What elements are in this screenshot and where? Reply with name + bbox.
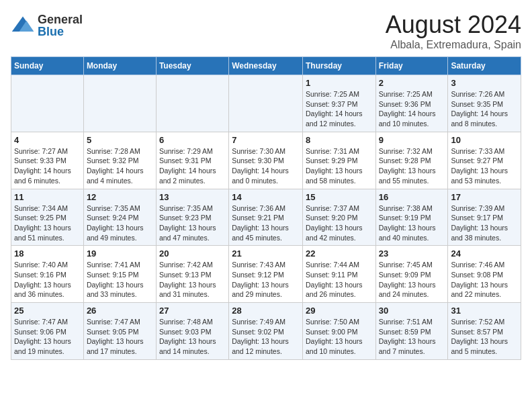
day-number: 30 [379, 306, 445, 316]
weekday-header-tuesday: Tuesday [156, 57, 228, 75]
calendar-cell: 3Sunrise: 7:26 AM Sunset: 9:35 PM Daylig… [448, 75, 521, 132]
calendar-cell: 6Sunrise: 7:29 AM Sunset: 9:31 PM Daylig… [156, 132, 228, 189]
cell-content: Sunrise: 7:28 AM Sunset: 9:32 PM Dayligh… [87, 146, 153, 186]
logo-blue: Blue [38, 26, 83, 38]
calendar-cell: 15Sunrise: 7:37 AM Sunset: 9:20 PM Dayli… [302, 189, 375, 246]
cell-content: Sunrise: 7:30 AM Sunset: 9:30 PM Dayligh… [232, 146, 300, 186]
cell-content: Sunrise: 7:47 AM Sunset: 9:05 PM Dayligh… [87, 317, 153, 357]
calendar-cell: 9Sunrise: 7:32 AM Sunset: 9:28 PM Daylig… [375, 132, 448, 189]
calendar-cell [83, 75, 156, 132]
cell-content: Sunrise: 7:35 AM Sunset: 9:23 PM Dayligh… [159, 203, 226, 243]
calendar-cell: 31Sunrise: 7:52 AM Sunset: 8:57 PM Dayli… [448, 303, 521, 360]
calendar-cell: 1Sunrise: 7:25 AM Sunset: 9:37 PM Daylig… [302, 75, 375, 132]
calendar-cell [156, 75, 228, 132]
weekday-header-saturday: Saturday [448, 57, 521, 75]
cell-content: Sunrise: 7:37 AM Sunset: 9:20 PM Dayligh… [306, 203, 373, 243]
day-number: 28 [232, 306, 300, 316]
calendar-cell: 11Sunrise: 7:34 AM Sunset: 9:25 PM Dayli… [11, 189, 84, 246]
day-number: 5 [87, 135, 153, 145]
cell-content: Sunrise: 7:50 AM Sunset: 9:00 PM Dayligh… [306, 317, 373, 357]
day-number: 31 [451, 306, 518, 316]
cell-content: Sunrise: 7:45 AM Sunset: 9:09 PM Dayligh… [379, 260, 445, 300]
cell-content: Sunrise: 7:38 AM Sunset: 9:19 PM Dayligh… [379, 203, 445, 243]
day-number: 23 [379, 248, 445, 259]
week-row-4: 18Sunrise: 7:40 AM Sunset: 9:16 PM Dayli… [11, 246, 521, 303]
weekday-header-wednesday: Wednesday [229, 57, 303, 75]
title-block: August 2024 Albala, Extremadura, Spain [386, 11, 521, 51]
day-number: 22 [306, 248, 373, 259]
calendar-cell: 8Sunrise: 7:31 AM Sunset: 9:29 PM Daylig… [302, 132, 375, 189]
cell-content: Sunrise: 7:40 AM Sunset: 9:16 PM Dayligh… [14, 260, 81, 300]
calendar-cell: 30Sunrise: 7:51 AM Sunset: 8:59 PM Dayli… [375, 303, 448, 360]
cell-content: Sunrise: 7:39 AM Sunset: 9:17 PM Dayligh… [451, 203, 518, 243]
cell-content: Sunrise: 7:31 AM Sunset: 9:29 PM Dayligh… [306, 146, 373, 186]
calendar-cell: 24Sunrise: 7:46 AM Sunset: 9:08 PM Dayli… [448, 246, 521, 303]
logo-text: General Blue [38, 13, 83, 38]
day-number: 24 [451, 248, 518, 259]
cell-content: Sunrise: 7:25 AM Sunset: 9:36 PM Dayligh… [379, 89, 445, 129]
day-number: 19 [87, 248, 153, 259]
week-row-5: 25Sunrise: 7:47 AM Sunset: 9:06 PM Dayli… [11, 303, 521, 360]
calendar-cell [229, 75, 303, 132]
day-number: 2 [379, 78, 445, 88]
calendar-cell: 2Sunrise: 7:25 AM Sunset: 9:36 PM Daylig… [375, 75, 448, 132]
calendar-cell: 19Sunrise: 7:41 AM Sunset: 9:15 PM Dayli… [83, 246, 156, 303]
calendar-cell: 20Sunrise: 7:42 AM Sunset: 9:13 PM Dayli… [156, 246, 228, 303]
day-number: 25 [14, 306, 81, 316]
calendar-cell: 18Sunrise: 7:40 AM Sunset: 9:16 PM Dayli… [11, 246, 84, 303]
calendar-cell: 28Sunrise: 7:49 AM Sunset: 9:02 PM Dayli… [229, 303, 303, 360]
logo: General Blue [11, 13, 83, 38]
weekday-header-thursday: Thursday [302, 57, 375, 75]
day-number: 11 [14, 192, 81, 202]
cell-content: Sunrise: 7:47 AM Sunset: 9:06 PM Dayligh… [14, 317, 81, 357]
cell-content: Sunrise: 7:44 AM Sunset: 9:11 PM Dayligh… [306, 260, 373, 300]
day-number: 20 [159, 248, 226, 259]
day-number: 1 [306, 78, 373, 88]
day-number: 12 [87, 192, 153, 202]
calendar-cell: 7Sunrise: 7:30 AM Sunset: 9:30 PM Daylig… [229, 132, 303, 189]
weekday-header-sunday: Sunday [11, 57, 84, 75]
cell-content: Sunrise: 7:33 AM Sunset: 9:27 PM Dayligh… [451, 146, 518, 186]
cell-content: Sunrise: 7:29 AM Sunset: 9:31 PM Dayligh… [159, 146, 226, 186]
day-number: 26 [87, 306, 153, 316]
day-number: 16 [379, 192, 445, 202]
calendar-cell: 26Sunrise: 7:47 AM Sunset: 9:05 PM Dayli… [83, 303, 156, 360]
day-number: 6 [159, 135, 226, 145]
calendar-cell: 22Sunrise: 7:44 AM Sunset: 9:11 PM Dayli… [302, 246, 375, 303]
cell-content: Sunrise: 7:36 AM Sunset: 9:21 PM Dayligh… [232, 203, 300, 243]
day-number: 13 [159, 192, 226, 202]
cell-content: Sunrise: 7:25 AM Sunset: 9:37 PM Dayligh… [306, 89, 373, 129]
cell-content: Sunrise: 7:49 AM Sunset: 9:02 PM Dayligh… [232, 317, 300, 357]
cell-content: Sunrise: 7:27 AM Sunset: 9:33 PM Dayligh… [14, 146, 81, 186]
weekday-header-monday: Monday [83, 57, 156, 75]
day-number: 29 [306, 306, 373, 316]
cell-content: Sunrise: 7:43 AM Sunset: 9:12 PM Dayligh… [232, 260, 300, 300]
cell-content: Sunrise: 7:51 AM Sunset: 8:59 PM Dayligh… [379, 317, 445, 357]
cell-content: Sunrise: 7:41 AM Sunset: 9:15 PM Dayligh… [87, 260, 153, 300]
calendar-cell: 14Sunrise: 7:36 AM Sunset: 9:21 PM Dayli… [229, 189, 303, 246]
cell-content: Sunrise: 7:46 AM Sunset: 9:08 PM Dayligh… [451, 260, 518, 300]
cell-content: Sunrise: 7:26 AM Sunset: 9:35 PM Dayligh… [451, 89, 518, 129]
cell-content: Sunrise: 7:48 AM Sunset: 9:03 PM Dayligh… [159, 317, 226, 357]
main-title: August 2024 [386, 11, 521, 39]
calendar-table: SundayMondayTuesdayWednesdayThursdayFrid… [11, 56, 521, 360]
page-header: General Blue August 2024 Albala, Extrema… [11, 11, 521, 51]
calendar-cell: 27Sunrise: 7:48 AM Sunset: 9:03 PM Dayli… [156, 303, 228, 360]
subtitle: Albala, Extremadura, Spain [386, 39, 521, 51]
week-row-3: 11Sunrise: 7:34 AM Sunset: 9:25 PM Dayli… [11, 189, 521, 246]
day-number: 27 [159, 306, 226, 316]
day-number: 3 [451, 78, 518, 88]
day-number: 14 [232, 192, 300, 202]
week-row-1: 1Sunrise: 7:25 AM Sunset: 9:37 PM Daylig… [11, 75, 521, 132]
calendar-cell: 10Sunrise: 7:33 AM Sunset: 9:27 PM Dayli… [448, 132, 521, 189]
week-row-2: 4Sunrise: 7:27 AM Sunset: 9:33 PM Daylig… [11, 132, 521, 189]
calendar-cell: 17Sunrise: 7:39 AM Sunset: 9:17 PM Dayli… [448, 189, 521, 246]
day-number: 9 [379, 135, 445, 145]
calendar-cell: 13Sunrise: 7:35 AM Sunset: 9:23 PM Dayli… [156, 189, 228, 246]
logo-general: General [38, 13, 83, 26]
day-number: 7 [232, 135, 300, 145]
cell-content: Sunrise: 7:35 AM Sunset: 9:24 PM Dayligh… [87, 203, 153, 243]
calendar-cell: 21Sunrise: 7:43 AM Sunset: 9:12 PM Dayli… [229, 246, 303, 303]
calendar-cell: 23Sunrise: 7:45 AM Sunset: 9:09 PM Dayli… [375, 246, 448, 303]
logo-icon [11, 13, 35, 38]
